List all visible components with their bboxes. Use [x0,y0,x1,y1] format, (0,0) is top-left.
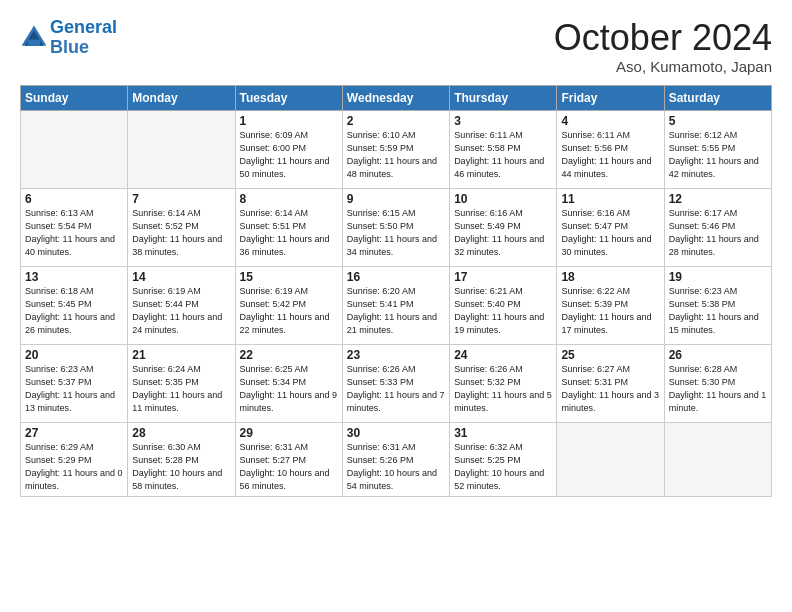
header-sunday: Sunday [21,85,128,110]
day-info: Sunrise: 6:26 AM Sunset: 5:32 PM Dayligh… [454,363,552,415]
header-wednesday: Wednesday [342,85,449,110]
calendar-cell: 1Sunrise: 6:09 AM Sunset: 6:00 PM Daylig… [235,110,342,188]
header-monday: Monday [128,85,235,110]
day-info: Sunrise: 6:27 AM Sunset: 5:31 PM Dayligh… [561,363,659,415]
calendar-cell [557,422,664,496]
day-info: Sunrise: 6:14 AM Sunset: 5:51 PM Dayligh… [240,207,338,259]
day-info: Sunrise: 6:09 AM Sunset: 6:00 PM Dayligh… [240,129,338,181]
calendar-cell: 15Sunrise: 6:19 AM Sunset: 5:42 PM Dayli… [235,266,342,344]
header-tuesday: Tuesday [235,85,342,110]
day-number: 17 [454,270,552,284]
day-info: Sunrise: 6:10 AM Sunset: 5:59 PM Dayligh… [347,129,445,181]
day-number: 16 [347,270,445,284]
day-number: 4 [561,114,659,128]
calendar-week-row: 13Sunrise: 6:18 AM Sunset: 5:45 PM Dayli… [21,266,772,344]
logo: General Blue [20,18,117,58]
calendar-cell: 6Sunrise: 6:13 AM Sunset: 5:54 PM Daylig… [21,188,128,266]
calendar-cell: 16Sunrise: 6:20 AM Sunset: 5:41 PM Dayli… [342,266,449,344]
calendar-cell: 7Sunrise: 6:14 AM Sunset: 5:52 PM Daylig… [128,188,235,266]
calendar-header-row: Sunday Monday Tuesday Wednesday Thursday… [21,85,772,110]
day-number: 13 [25,270,123,284]
calendar-cell: 13Sunrise: 6:18 AM Sunset: 5:45 PM Dayli… [21,266,128,344]
day-number: 28 [132,426,230,440]
calendar-cell: 9Sunrise: 6:15 AM Sunset: 5:50 PM Daylig… [342,188,449,266]
day-info: Sunrise: 6:23 AM Sunset: 5:38 PM Dayligh… [669,285,767,337]
day-info: Sunrise: 6:17 AM Sunset: 5:46 PM Dayligh… [669,207,767,259]
day-info: Sunrise: 6:23 AM Sunset: 5:37 PM Dayligh… [25,363,123,415]
day-number: 6 [25,192,123,206]
calendar-cell [664,422,771,496]
day-info: Sunrise: 6:19 AM Sunset: 5:44 PM Dayligh… [132,285,230,337]
calendar-cell: 20Sunrise: 6:23 AM Sunset: 5:37 PM Dayli… [21,344,128,422]
day-number: 15 [240,270,338,284]
day-number: 31 [454,426,552,440]
day-number: 3 [454,114,552,128]
day-info: Sunrise: 6:29 AM Sunset: 5:29 PM Dayligh… [25,441,123,493]
day-number: 1 [240,114,338,128]
day-info: Sunrise: 6:21 AM Sunset: 5:40 PM Dayligh… [454,285,552,337]
day-info: Sunrise: 6:22 AM Sunset: 5:39 PM Dayligh… [561,285,659,337]
calendar-cell: 11Sunrise: 6:16 AM Sunset: 5:47 PM Dayli… [557,188,664,266]
calendar-cell: 24Sunrise: 6:26 AM Sunset: 5:32 PM Dayli… [450,344,557,422]
header-saturday: Saturday [664,85,771,110]
calendar-cell: 2Sunrise: 6:10 AM Sunset: 5:59 PM Daylig… [342,110,449,188]
day-info: Sunrise: 6:14 AM Sunset: 5:52 PM Dayligh… [132,207,230,259]
day-info: Sunrise: 6:32 AM Sunset: 5:25 PM Dayligh… [454,441,552,493]
day-number: 21 [132,348,230,362]
day-info: Sunrise: 6:15 AM Sunset: 5:50 PM Dayligh… [347,207,445,259]
month-title: October 2024 [554,18,772,58]
day-info: Sunrise: 6:31 AM Sunset: 5:27 PM Dayligh… [240,441,338,493]
day-number: 24 [454,348,552,362]
day-info: Sunrise: 6:31 AM Sunset: 5:26 PM Dayligh… [347,441,445,493]
day-info: Sunrise: 6:11 AM Sunset: 5:58 PM Dayligh… [454,129,552,181]
calendar-week-row: 6Sunrise: 6:13 AM Sunset: 5:54 PM Daylig… [21,188,772,266]
day-number: 18 [561,270,659,284]
calendar-cell: 5Sunrise: 6:12 AM Sunset: 5:55 PM Daylig… [664,110,771,188]
day-number: 30 [347,426,445,440]
day-info: Sunrise: 6:16 AM Sunset: 5:49 PM Dayligh… [454,207,552,259]
calendar-cell: 31Sunrise: 6:32 AM Sunset: 5:25 PM Dayli… [450,422,557,496]
day-info: Sunrise: 6:11 AM Sunset: 5:56 PM Dayligh… [561,129,659,181]
header: General Blue October 2024 Aso, Kumamoto,… [20,18,772,75]
day-info: Sunrise: 6:28 AM Sunset: 5:30 PM Dayligh… [669,363,767,415]
page: General Blue October 2024 Aso, Kumamoto,… [0,0,792,612]
location: Aso, Kumamoto, Japan [554,58,772,75]
day-info: Sunrise: 6:16 AM Sunset: 5:47 PM Dayligh… [561,207,659,259]
calendar-cell: 30Sunrise: 6:31 AM Sunset: 5:26 PM Dayli… [342,422,449,496]
day-info: Sunrise: 6:19 AM Sunset: 5:42 PM Dayligh… [240,285,338,337]
day-number: 29 [240,426,338,440]
calendar-cell: 18Sunrise: 6:22 AM Sunset: 5:39 PM Dayli… [557,266,664,344]
calendar-cell [128,110,235,188]
calendar-cell: 25Sunrise: 6:27 AM Sunset: 5:31 PM Dayli… [557,344,664,422]
header-friday: Friday [557,85,664,110]
logo-text2: Blue [50,38,117,58]
calendar-cell: 3Sunrise: 6:11 AM Sunset: 5:58 PM Daylig… [450,110,557,188]
logo-icon [20,24,48,52]
calendar-week-row: 1Sunrise: 6:09 AM Sunset: 6:00 PM Daylig… [21,110,772,188]
calendar-cell: 29Sunrise: 6:31 AM Sunset: 5:27 PM Dayli… [235,422,342,496]
calendar-week-row: 20Sunrise: 6:23 AM Sunset: 5:37 PM Dayli… [21,344,772,422]
day-info: Sunrise: 6:26 AM Sunset: 5:33 PM Dayligh… [347,363,445,415]
day-number: 10 [454,192,552,206]
calendar-cell [21,110,128,188]
title-block: October 2024 Aso, Kumamoto, Japan [554,18,772,75]
calendar-week-row: 27Sunrise: 6:29 AM Sunset: 5:29 PM Dayli… [21,422,772,496]
day-number: 11 [561,192,659,206]
calendar-cell: 12Sunrise: 6:17 AM Sunset: 5:46 PM Dayli… [664,188,771,266]
calendar-cell: 26Sunrise: 6:28 AM Sunset: 5:30 PM Dayli… [664,344,771,422]
day-number: 20 [25,348,123,362]
calendar-table: Sunday Monday Tuesday Wednesday Thursday… [20,85,772,497]
calendar-cell: 27Sunrise: 6:29 AM Sunset: 5:29 PM Dayli… [21,422,128,496]
calendar-cell: 10Sunrise: 6:16 AM Sunset: 5:49 PM Dayli… [450,188,557,266]
calendar-cell: 14Sunrise: 6:19 AM Sunset: 5:44 PM Dayli… [128,266,235,344]
day-number: 27 [25,426,123,440]
calendar-cell: 4Sunrise: 6:11 AM Sunset: 5:56 PM Daylig… [557,110,664,188]
day-number: 25 [561,348,659,362]
day-number: 8 [240,192,338,206]
day-number: 9 [347,192,445,206]
calendar-cell: 19Sunrise: 6:23 AM Sunset: 5:38 PM Dayli… [664,266,771,344]
calendar-cell: 22Sunrise: 6:25 AM Sunset: 5:34 PM Dayli… [235,344,342,422]
header-thursday: Thursday [450,85,557,110]
logo-text: General [50,18,117,38]
day-number: 2 [347,114,445,128]
